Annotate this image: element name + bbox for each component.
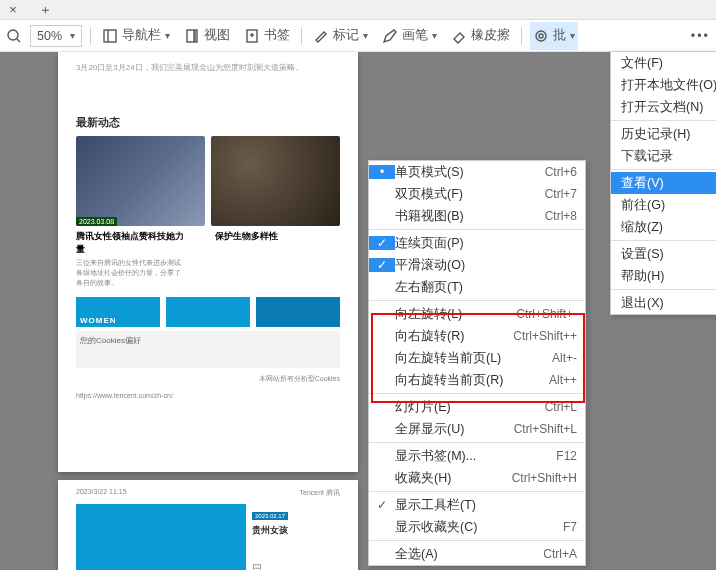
submenu-label: 全屏显示(U): [395, 421, 514, 438]
menu-history[interactable]: 历史记录(H): [611, 123, 716, 145]
chevron-down-icon: ▾: [570, 30, 575, 41]
zoom-select[interactable]: 50% ▾: [30, 25, 82, 47]
submenu-label: 向右旋转当前页(R): [395, 372, 549, 389]
submenu-item[interactable]: 全屏显示(U)Ctrl+Shift+L: [369, 418, 585, 440]
menu-open-local[interactable]: 打开本地文件(O)...: [611, 74, 716, 96]
menu-zoom[interactable]: 缩放(Z): [611, 216, 716, 238]
gear-icon: [533, 28, 549, 44]
more-menu-icon[interactable]: •••: [691, 29, 710, 43]
svg-line-1: [17, 39, 20, 42]
submenu-label: 显示收藏夹(C): [395, 519, 563, 536]
cookies-banner: 您的Cookies偏好: [76, 331, 340, 368]
submenu-shortcut: F7: [563, 520, 577, 534]
submenu-item[interactable]: 双页模式(F)Ctrl+7: [369, 183, 585, 205]
submenu-shortcut: Ctrl+Shift++: [513, 329, 577, 343]
mark-button[interactable]: 标记 ▾: [310, 22, 371, 50]
page-url: https://www.tencent.com/zh-cn/: [58, 386, 358, 405]
date-badge: 2023.03.08: [76, 217, 117, 226]
submenu-item[interactable]: 幻灯片(E)Ctrl+L: [369, 396, 585, 418]
page-1[interactable]: 3月20日至3月24日，我们完美展现金山为您度时刻测大道策略。 最新动态 202…: [58, 52, 358, 472]
submenu-item[interactable]: 书籍视图(B)Ctrl+8: [369, 205, 585, 227]
submenu-label: 书籍视图(B): [395, 208, 545, 225]
view-submenu[interactable]: •单页模式(S)Ctrl+6双页模式(F)Ctrl+7书籍视图(B)Ctrl+8…: [368, 160, 586, 566]
submenu-item[interactable]: 向左旋转(L)Ctrl+Shift+-: [369, 303, 585, 325]
eraser-button[interactable]: 橡皮擦: [448, 22, 513, 50]
submenu-shortcut: Ctrl+A: [543, 547, 577, 561]
submenu-label: 左右翻页(T): [395, 279, 577, 296]
submenu-item[interactable]: ✓连续页面(P): [369, 232, 585, 254]
article-2-title: 保护生物多样性: [211, 226, 358, 245]
menu-open-cloud[interactable]: 打开云文档(N): [611, 96, 716, 118]
highlighter-icon: [313, 28, 329, 44]
submenu-shortcut: Ctrl+Shift+L: [514, 422, 577, 436]
svg-point-0: [8, 30, 18, 40]
submenu-item[interactable]: ✓平滑滚动(O): [369, 254, 585, 276]
submenu-label: 显示书签(M)...: [395, 448, 556, 465]
nav-label: 导航栏: [122, 27, 161, 44]
main-menu[interactable]: 文件(F) 打开本地文件(O)... 打开云文档(N) 历史记录(H) 下载记录…: [610, 51, 716, 315]
menu-downloads[interactable]: 下载记录: [611, 145, 716, 167]
zoom-fit-icon[interactable]: [6, 28, 22, 44]
women-tile-2: [166, 297, 250, 327]
zoom-value: 50%: [37, 29, 62, 43]
page2-image: [76, 504, 246, 570]
close-tab-icon[interactable]: ×: [4, 1, 22, 19]
submenu-item[interactable]: 显示收藏夹(C)F7: [369, 516, 585, 538]
tab-bar: × ＋: [0, 0, 716, 20]
submenu-label: 向右旋转(R): [395, 328, 513, 345]
submenu-item[interactable]: 收藏夹(H)Ctrl+Shift+H: [369, 467, 585, 489]
submenu-shortcut: Alt++: [549, 373, 577, 387]
brush-button[interactable]: 画笔 ▾: [379, 22, 440, 50]
submenu-shortcut: Ctrl+L: [545, 400, 577, 414]
submenu-shortcut: Ctrl+8: [545, 209, 577, 223]
page2-date-tag: 2023.02.17: [252, 512, 288, 520]
view-button[interactable]: 视图: [181, 22, 233, 50]
submenu-shortcut: F12: [556, 449, 577, 463]
svg-rect-2: [104, 30, 116, 42]
menu-view[interactable]: 查看(V): [611, 172, 716, 194]
page-2[interactable]: 2023/3/22 11:15 Tencent 腾讯 2023.02.17 贵州…: [58, 480, 358, 570]
submenu-item[interactable]: 显示书签(M)...F12: [369, 445, 585, 467]
article-1-title: 腾讯女性领袖点赞科技她力量: [58, 226, 205, 258]
submenu-shortcut: Ctrl+Shift+H: [512, 471, 577, 485]
submenu-item[interactable]: 全选(A)Ctrl+A: [369, 543, 585, 565]
section-heading: 最新动态: [58, 115, 358, 130]
sidebar-icon: [102, 28, 118, 44]
chevron-down-icon: ▾: [165, 30, 170, 41]
batch-label: 批: [553, 27, 566, 44]
submenu-label: 单页模式(S): [395, 164, 545, 181]
menu-exit[interactable]: 退出(X): [611, 292, 716, 314]
radio-dot-icon: •: [369, 165, 395, 179]
submenu-item[interactable]: 左右翻页(T): [369, 276, 585, 298]
submenu-shortcut: Ctrl+6: [545, 165, 577, 179]
svg-rect-5: [195, 30, 197, 42]
submenu-label: 平滑滚动(O): [395, 257, 577, 274]
page2-title: 贵州女孩: [252, 524, 340, 537]
submenu-item[interactable]: 向右旋转当前页(R)Alt++: [369, 369, 585, 391]
menu-file[interactable]: 文件(F): [611, 52, 716, 74]
submenu-item[interactable]: 向左旋转当前页(L)Alt+-: [369, 347, 585, 369]
submenu-label: 收藏夹(H): [395, 470, 512, 487]
article-image-2: [211, 136, 340, 226]
bookmark-button[interactable]: 书签: [241, 22, 293, 50]
new-tab-icon[interactable]: ＋: [36, 1, 54, 19]
check-icon: ✓: [369, 498, 395, 512]
submenu-label: 向左旋转(L): [395, 306, 516, 323]
menu-goto[interactable]: 前往(G): [611, 194, 716, 216]
submenu-label: 全选(A): [395, 546, 543, 563]
chevron-down-icon: ▾: [363, 30, 368, 41]
bookmark-label: 书签: [264, 27, 290, 44]
submenu-label: 向左旋转当前页(L): [395, 350, 552, 367]
menu-help[interactable]: 帮助(H): [611, 265, 716, 287]
svg-point-10: [539, 34, 543, 38]
submenu-label: 显示工具栏(T): [395, 497, 577, 514]
submenu-item[interactable]: 向右旋转(R)Ctrl+Shift++: [369, 325, 585, 347]
svg-point-9: [536, 31, 546, 41]
submenu-item[interactable]: •单页模式(S)Ctrl+6: [369, 161, 585, 183]
settings-dropdown[interactable]: 批 ▾: [530, 22, 578, 50]
submenu-item[interactable]: ✓显示工具栏(T): [369, 494, 585, 516]
menu-settings[interactable]: 设置(S): [611, 243, 716, 265]
nav-panel-button[interactable]: 导航栏 ▾: [99, 22, 173, 50]
eraser-label: 橡皮擦: [471, 27, 510, 44]
women-tile-3: [256, 297, 340, 327]
